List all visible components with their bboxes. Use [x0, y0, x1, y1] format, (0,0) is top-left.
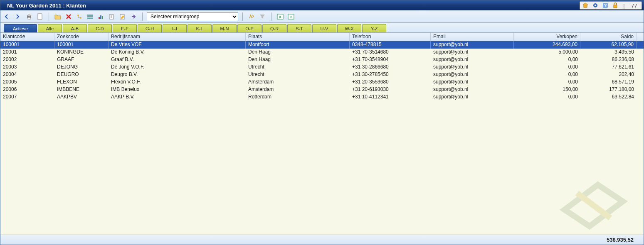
filter-tab-m-n[interactable]: M-N [212, 24, 237, 32]
cell-klantcode: 20002 [0, 56, 54, 64]
cell-email: support@yob.nl [431, 56, 514, 64]
filter-tab-s-t[interactable]: S-T [287, 24, 311, 32]
svg-rect-16 [102, 16, 103, 19]
cell-saldo: 202,40 [580, 71, 637, 78]
col-saldo[interactable]: Saldo [580, 33, 637, 41]
chart-icon[interactable] [96, 12, 106, 21]
filter-tab-i-j[interactable]: I-J [163, 24, 187, 32]
main-toolbar: Selecteer relatiegroep X [0, 10, 644, 23]
cell-saldo: 3.495,50 [580, 49, 637, 56]
cell-plaats: Rotterdam [246, 93, 350, 101]
col-plaats[interactable]: Plaats [246, 33, 350, 41]
titlebar-actions: ? | 77 [580, 1, 642, 10]
cell-zoekcode: FLEXON [54, 78, 109, 86]
cell-verkopen: 5.000,00 [514, 49, 580, 56]
delete-icon[interactable] [64, 12, 73, 21]
cell-telefoon: +31 70-3548904 [350, 56, 431, 64]
window-title: NL Your Garden 2011 : Klanten [7, 2, 86, 9]
filter-tab-a-b[interactable]: A-B [63, 24, 87, 32]
cell-email: support@yob.nl [431, 86, 514, 93]
filter-off-icon[interactable] [258, 12, 267, 21]
export-icon[interactable] [107, 12, 116, 21]
col-bedrijfsnaam[interactable]: Bedrijfsnaam [109, 33, 246, 41]
cell-saldo: 77.621,61 [580, 64, 637, 71]
cell-saldo: 63.522,84 [580, 93, 637, 101]
cell-bedrijfsnaam: De Vries VOF [109, 41, 246, 49]
filter-tab-g-h[interactable]: G-H [138, 24, 162, 32]
relation-group-select[interactable]: Selecteer relatiegroep [147, 12, 238, 21]
filter-tab-q-r[interactable]: Q-R [262, 24, 286, 32]
table-row[interactable]: 20003DEJONGDe Jong V.O.F.Utrecht+31 30-2… [0, 64, 644, 71]
toolbar-separator [242, 12, 243, 21]
table-row[interactable]: 100001100001De Vries VOFMontfoort0348-47… [0, 41, 644, 49]
col-telefoon[interactable]: Telefoon [350, 33, 431, 41]
filter-tab-c-d[interactable]: C-D [88, 24, 112, 32]
print-icon[interactable] [25, 12, 34, 21]
cell-bedrijfsnaam: De Koning B.V. [109, 49, 246, 56]
cell-telefoon: +31 30-2866680 [350, 64, 431, 71]
filter-tab-e-f[interactable]: E-F [113, 24, 137, 32]
title-bar: NL Your Garden 2011 : Klanten ? | 77 [0, 0, 644, 10]
grid-body[interactable]: 100001100001De Vries VOFMontfoort0348-47… [0, 41, 644, 235]
cell-plaats: Den Haag [246, 49, 350, 56]
table-row[interactable]: 20004DEUGRODeugro B.V.Utrecht+31 30-2785… [0, 71, 644, 78]
help-icon[interactable]: ? [602, 2, 609, 9]
cell-email: support@yob.nl [431, 78, 514, 86]
edit-icon[interactable] [118, 12, 127, 21]
cell-saldo: 62.105,90 [580, 41, 637, 49]
lock-icon[interactable] [612, 2, 619, 9]
filter-tab-alle[interactable]: Alle [38, 24, 62, 32]
svg-rect-13 [87, 18, 93, 19]
table-row[interactable]: 20007AAKPBVAAKP B.V.Rotterdam+31 10-4112… [0, 93, 644, 101]
relations-icon[interactable] [75, 12, 84, 21]
cell-klantcode: 20001 [0, 49, 54, 56]
cell-zoekcode: KONINGDE [54, 49, 109, 56]
cell-email: support@yob.nl [431, 64, 514, 71]
toolbar-separator [142, 12, 143, 21]
highlight-icon[interactable] [247, 12, 256, 21]
cell-verkopen: 150,00 [514, 86, 580, 93]
col-klantcode[interactable]: Klantcode [0, 33, 54, 41]
toolbar-separator [49, 12, 49, 21]
list-icon[interactable] [86, 12, 95, 21]
col-email[interactable]: Email [431, 33, 514, 41]
svg-rect-4 [614, 5, 617, 8]
cell-telefoon: 0348-478815 [350, 41, 431, 49]
svg-rect-8 [38, 14, 42, 20]
open-icon[interactable] [53, 12, 62, 21]
cell-telefoon: +31 70-3514680 [350, 49, 431, 56]
cell-klantcode: 20004 [0, 71, 54, 78]
grid-header: Klantcode Zoekcode Bedrijfsnaam Plaats T… [0, 33, 644, 41]
table-row[interactable]: 20001KONINGDEDe Koning B.V.Den Haag+31 7… [0, 49, 644, 56]
col-verkopen[interactable]: Verkopen [514, 33, 580, 41]
svg-rect-12 [87, 16, 93, 17]
cell-zoekcode: IMBBENE [54, 86, 109, 93]
gear-icon[interactable] [592, 2, 599, 9]
filter-tab-u-v[interactable]: U-V [312, 24, 336, 32]
filter-tab-w-x[interactable]: W-X [337, 24, 361, 32]
cell-klantcode: 20007 [0, 93, 54, 101]
svg-rect-11 [87, 15, 93, 16]
svg-text:?: ? [604, 3, 607, 8]
excel-icon[interactable]: X [276, 12, 285, 21]
filter-tabs: ActieveAlleA-BC-DE-FG-HI-JK-LM-NO-PQ-RS-… [0, 23, 644, 33]
nav-next-icon[interactable] [14, 12, 23, 21]
filter-tab-k-l[interactable]: K-L [188, 24, 212, 32]
col-zoekcode[interactable]: Zoekcode [54, 33, 109, 41]
filter-tab-y-z[interactable]: Y-Z [362, 24, 386, 32]
nav-prev-icon[interactable] [3, 12, 12, 21]
table-row[interactable]: 20006IMBBENEIMB BeneluxAmsterdam+31 20-6… [0, 86, 644, 93]
arrow-right-icon[interactable] [129, 12, 138, 21]
cell-bedrijfsnaam: Deugro B.V. [109, 71, 246, 78]
svg-point-1 [595, 5, 596, 6]
cell-email: support@yob.nl [431, 71, 514, 78]
new-icon[interactable] [35, 12, 44, 21]
status-bar: 538.935,52 [0, 235, 644, 245]
table-row[interactable]: 20005FLEXONFlexon V.O.F.Amsterdam+31 20-… [0, 78, 644, 86]
filter-tab-actieve[interactable]: Actieve [4, 24, 37, 32]
home-icon[interactable] [582, 2, 589, 9]
excel-export-icon[interactable] [286, 12, 296, 21]
filter-tab-o-p[interactable]: O-P [237, 24, 262, 32]
footer-total: 538.935,52 [607, 237, 634, 243]
table-row[interactable]: 20002GRAAFGraaf B.V.Den Haag+31 70-35489… [0, 56, 644, 64]
